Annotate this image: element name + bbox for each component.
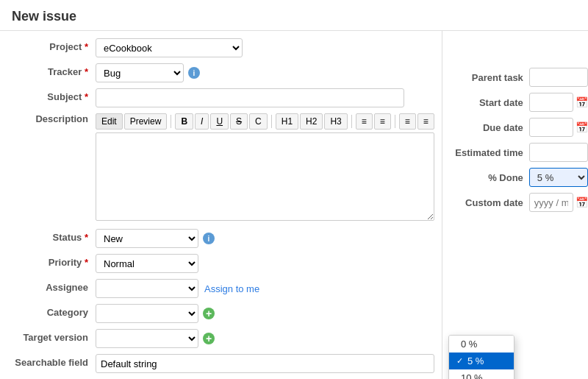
estimated-time-control [529,143,588,162]
status-row: Status * New i [0,229,442,248]
parent-task-label: Parent task [448,72,529,83]
toolbar-sep-1 [171,115,171,128]
add-category-icon[interactable]: + [203,308,215,319]
assignee-select[interactable] [96,279,198,298]
dropdown-item-label: 10 % [461,372,483,379]
category-control: + [96,304,434,323]
project-row: Project * eCookbook [0,38,442,57]
priority-label: Priority * [7,254,96,268]
percent-done-dropdown[interactable]: 0 %✓5 %10 %15 %20 %25 %30 %35 %40 %45 %5… [448,335,514,379]
align-btn[interactable]: ≡ [399,113,416,130]
priority-control: Normal [96,254,434,273]
tracker-label: Tracker * [7,63,96,77]
estimated-time-input[interactable] [529,143,588,162]
toolbar-sep-2 [271,115,272,128]
dropdown-item[interactable]: ✓5 % [449,353,514,369]
tracker-row: Tracker * Bug i [0,63,442,82]
searchable-row: Searchable field Default string [0,354,442,373]
searchable-control: Default string [96,354,434,373]
subject-row: Subject * [0,88,442,107]
custom-date-input[interactable] [529,193,573,212]
status-control: New i [96,229,434,248]
subject-input[interactable] [96,88,404,107]
category-label: Category [7,304,96,318]
searchable-label: Searchable field [7,354,96,368]
start-date-calendar-icon[interactable]: 📅 [576,96,588,108]
preview-tab[interactable]: Preview [124,113,168,130]
project-select[interactable]: eCookbook [96,38,243,57]
assignee-control: Assign to me [96,279,434,298]
target-version-row: Target version + [0,329,442,348]
dropdown-item[interactable]: 10 % [449,369,514,379]
code-btn[interactable]: C [249,113,268,130]
due-date-control: 📅 [529,118,588,137]
status-select[interactable]: New [96,229,198,248]
description-control: Edit Preview B I U S C H1 H2 H3 ≡ [96,113,434,223]
status-label: Status * [7,229,96,243]
priority-row: Priority * Normal [0,254,442,273]
bold-btn[interactable]: B [175,113,193,130]
toolbar-sep-4 [395,115,395,128]
assignee-label: Assignee [7,279,96,293]
custom-date-label: Custom date [448,197,529,208]
estimated-time-row: Estimated time [448,143,588,162]
project-label: Project * [7,38,96,52]
dropdown-item-label: 5 % [467,355,484,366]
due-date-label: Due date [448,122,529,133]
due-date-input[interactable] [529,118,573,137]
due-date-row: Due date 📅 [448,118,588,137]
add-version-icon[interactable]: + [203,333,215,344]
description-row: Description Edit Preview B I U S C H1 H2 [0,113,442,223]
dropdown-item-label: 0 % [461,339,477,350]
tracker-control: Bug i [96,63,434,82]
parent-task-row: Parent task [448,68,588,87]
start-date-label: Start date [448,97,529,108]
description-textarea[interactable] [96,132,434,221]
priority-select[interactable]: Normal [96,254,198,273]
percent-done-select[interactable]: 5 % [529,168,588,187]
start-date-control: 📅 [529,93,588,112]
due-date-calendar-icon[interactable]: 📅 [576,121,588,133]
parent-task-input[interactable] [529,68,588,87]
toolbar-sep-3 [351,115,352,128]
category-row: Category + [0,304,442,323]
left-section: Project * eCookbook Tracker * [0,31,442,379]
parent-task-control [529,68,588,87]
edit-tab[interactable]: Edit [96,113,123,130]
page-container: New issue Project * eCookbook [0,0,588,379]
custom-date-control: 📅 [529,193,588,212]
percent-done-label: % Done [448,172,529,183]
start-date-input[interactable] [529,93,573,112]
target-version-label: Target version [7,329,96,343]
start-date-row: Start date 📅 [448,93,588,112]
right-section: Parent task Start date 📅 Due date [442,31,588,379]
ol-btn[interactable]: ≡ [374,113,391,130]
description-toolbar: Edit Preview B I U S C H1 H2 H3 ≡ [96,113,434,130]
category-select[interactable] [96,304,198,323]
indent-btn[interactable]: ≡ [417,113,434,130]
tracker-select[interactable]: Bug [96,63,184,82]
assign-to-me-link[interactable]: Assign to me [204,283,259,294]
ul-btn[interactable]: ≡ [356,113,373,130]
status-info-icon[interactable]: i [203,233,215,244]
tracker-info-icon[interactable]: i [188,67,200,79]
checkmark-icon: ✓ [456,356,463,366]
dropdown-item[interactable]: 0 % [449,336,514,353]
subject-label: Subject * [7,88,96,102]
h2-btn[interactable]: H2 [300,113,323,130]
subject-control [96,88,434,107]
estimated-time-label: Estimated time [448,147,529,158]
strikethrough-btn[interactable]: S [230,113,248,130]
custom-date-calendar-icon[interactable]: 📅 [576,196,588,208]
searchable-input[interactable]: Default string [96,354,434,373]
description-label: Description [7,113,96,124]
page-title: New issue [0,0,588,31]
percent-done-control: 5 % [529,168,588,187]
custom-date-row: Custom date 📅 [448,193,588,212]
h3-btn[interactable]: H3 [324,113,347,130]
h1-btn[interactable]: H1 [276,113,298,130]
target-select[interactable] [96,329,198,348]
main-content: Project * eCookbook Tracker * [0,31,588,379]
italic-btn[interactable]: I [195,113,209,130]
underline-btn[interactable]: U [210,113,229,130]
